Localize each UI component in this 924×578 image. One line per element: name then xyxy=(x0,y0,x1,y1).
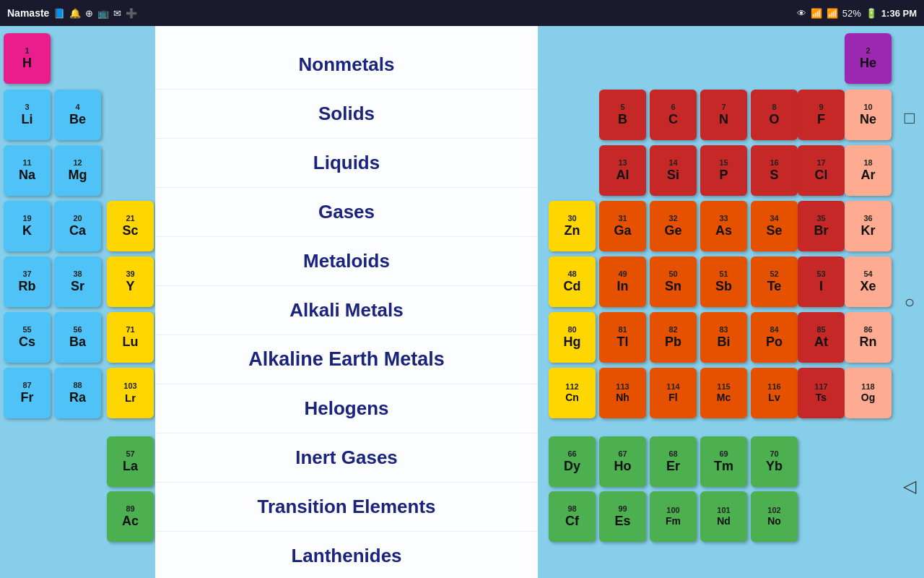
element-Mc[interactable]: 115 Mc xyxy=(700,368,747,418)
element-Hg[interactable]: 80 Hg xyxy=(549,312,596,363)
element-Fr[interactable]: 87 Fr xyxy=(4,368,51,418)
element-Fm[interactable]: 100 Fm xyxy=(650,491,697,542)
battery-pct: 52% xyxy=(842,8,861,19)
menu-item-alkaline-earth-metals[interactable]: Alkaline Earth Metals xyxy=(155,335,538,384)
element-H[interactable]: 1 H xyxy=(4,33,51,84)
element-Ca[interactable]: 20 Ca xyxy=(54,201,101,251)
status-bar: Namaste 📘 🔔 ⊕ 📺 ✉ ➕ 👁 📶 📶 52% 🔋 1:36 PM xyxy=(0,0,924,26)
element-Pb[interactable]: 82 Pb xyxy=(650,312,697,363)
element-Ge[interactable]: 32 Ge xyxy=(650,201,697,251)
element-C[interactable]: 6 C xyxy=(650,90,697,140)
element-Ts[interactable]: 117 Ts xyxy=(798,368,845,418)
element-Lu[interactable]: 71 Lu xyxy=(107,312,154,363)
element-Ba[interactable]: 56 Ba xyxy=(54,312,101,363)
signal-icon: 🔔 xyxy=(69,8,81,19)
element-Al[interactable]: 13 Al xyxy=(599,145,646,196)
menu-item-helogens[interactable]: Helogens xyxy=(155,384,538,434)
menu-item-nonmetals[interactable]: Nonmetals xyxy=(155,40,538,90)
element-Og[interactable]: 118 Og xyxy=(845,368,892,418)
element-Nd[interactable]: 101 Nd xyxy=(700,491,747,542)
signal-bars: 📶 xyxy=(827,8,838,19)
element-Bi[interactable]: 83 Bi xyxy=(700,312,747,363)
plus-icon: ➕ xyxy=(126,8,137,19)
status-left: Namaste 📘 🔔 ⊕ 📺 ✉ ➕ xyxy=(7,7,137,19)
status-right: 👁 📶 📶 52% 🔋 1:36 PM xyxy=(797,8,917,19)
element-O[interactable]: 8 O xyxy=(751,90,798,140)
screen-icon: 📺 xyxy=(97,8,109,19)
menu-item-liquids[interactable]: Liquids xyxy=(155,139,538,188)
element-Lr[interactable]: 103 Lr xyxy=(107,368,154,418)
element-Y[interactable]: 39 Y xyxy=(107,256,154,307)
element-Cs[interactable]: 55 Cs xyxy=(4,312,51,363)
element-Se[interactable]: 34 Se xyxy=(751,201,798,251)
nav-back-button[interactable]: ◁ xyxy=(897,473,923,499)
element-Po[interactable]: 84 Po xyxy=(751,312,798,363)
wifi-icon: 📶 xyxy=(811,8,822,19)
battery-icon: 🔋 xyxy=(866,8,877,19)
element-Br[interactable]: 35 Br xyxy=(798,201,845,251)
menu-item-metaloids[interactable]: Metaloids xyxy=(155,237,538,286)
element-Tl[interactable]: 81 Tl xyxy=(599,312,646,363)
element-Kr[interactable]: 36 Kr xyxy=(845,201,892,251)
element-Li[interactable]: 3 Li xyxy=(4,90,51,140)
element-Ac[interactable]: 89 Ac xyxy=(107,491,154,542)
element-Zn[interactable]: 30 Zn xyxy=(549,201,596,251)
element-I[interactable]: 53 I xyxy=(798,256,845,307)
element-Mg[interactable]: 12 Mg xyxy=(54,145,101,196)
element-Lv[interactable]: 116 Lv xyxy=(751,368,798,418)
element-Sb[interactable]: 51 Sb xyxy=(700,256,747,307)
app-name: Namaste xyxy=(7,7,49,19)
element-Cf[interactable]: 98 Cf xyxy=(549,491,596,542)
element-Nh[interactable]: 113 Nh xyxy=(599,368,646,418)
element-As[interactable]: 33 As xyxy=(700,201,747,251)
element-K[interactable]: 19 K xyxy=(4,201,51,251)
element-S[interactable]: 16 S xyxy=(751,145,798,196)
time: 1:36 PM xyxy=(881,8,917,19)
element-Xe[interactable]: 54 Xe xyxy=(845,256,892,307)
element-Cn[interactable]: 112 Cn xyxy=(549,368,596,418)
category-menu: Nonmetals Solids Liquids Gases Metaloids… xyxy=(155,26,538,578)
element-Tm[interactable]: 69 Tm xyxy=(700,436,747,487)
element-Na[interactable]: 11 Na xyxy=(4,145,51,196)
menu-item-inert-gases[interactable]: Inert Gases xyxy=(155,434,538,483)
nav-square-button[interactable]: □ xyxy=(897,105,923,131)
element-F[interactable]: 9 F xyxy=(798,90,845,140)
main-area: 1 H 2 He 3 Li 4 Be 5 B 6 C 7 N 8 O 9 F 1… xyxy=(0,26,924,578)
element-Ne[interactable]: 10 Ne xyxy=(845,90,892,140)
element-Ga[interactable]: 31 Ga xyxy=(599,201,646,251)
element-Es[interactable]: 99 Es xyxy=(599,491,646,542)
fb-icon: 📘 xyxy=(53,8,65,19)
element-At[interactable]: 85 At xyxy=(798,312,845,363)
element-Sn[interactable]: 50 Sn xyxy=(650,256,697,307)
eye-icon: 👁 xyxy=(797,8,806,19)
element-Rn[interactable]: 86 Rn xyxy=(845,312,892,363)
element-Ar[interactable]: 18 Ar xyxy=(845,145,892,196)
element-Te[interactable]: 52 Te xyxy=(751,256,798,307)
menu-item-gases[interactable]: Gases xyxy=(155,188,538,237)
element-Rb[interactable]: 37 Rb xyxy=(4,256,51,307)
element-B[interactable]: 5 B xyxy=(599,90,646,140)
element-P[interactable]: 15 P xyxy=(700,145,747,196)
element-He[interactable]: 2 He xyxy=(845,33,892,84)
menu-item-alkali-metals[interactable]: Alkali Metals xyxy=(155,286,538,335)
element-Ra[interactable]: 88 Ra xyxy=(54,368,101,418)
menu-item-lanthenides[interactable]: Lanthenides xyxy=(155,532,538,578)
element-Ho[interactable]: 67 Ho xyxy=(599,436,646,487)
element-Fl[interactable]: 114 Fl xyxy=(650,368,697,418)
element-In[interactable]: 49 In xyxy=(599,256,646,307)
element-N[interactable]: 7 N xyxy=(700,90,747,140)
element-Cl[interactable]: 17 Cl xyxy=(798,145,845,196)
element-Dy[interactable]: 66 Dy xyxy=(549,436,596,487)
element-No[interactable]: 102 No xyxy=(751,491,798,542)
element-Cd[interactable]: 48 Cd xyxy=(549,256,596,307)
element-Sr[interactable]: 38 Sr xyxy=(54,256,101,307)
menu-item-solids[interactable]: Solids xyxy=(155,90,538,139)
nav-circle-button[interactable]: ○ xyxy=(897,289,923,315)
element-Be[interactable]: 4 Be xyxy=(54,90,101,140)
element-Er[interactable]: 68 Er xyxy=(650,436,697,487)
element-Sc[interactable]: 21 Sc xyxy=(107,201,154,251)
element-Yb[interactable]: 70 Yb xyxy=(751,436,798,487)
menu-item-transition-elements[interactable]: Transition Elements xyxy=(155,483,538,532)
element-Si[interactable]: 14 Si xyxy=(650,145,697,196)
element-La[interactable]: 57 La xyxy=(107,436,154,487)
